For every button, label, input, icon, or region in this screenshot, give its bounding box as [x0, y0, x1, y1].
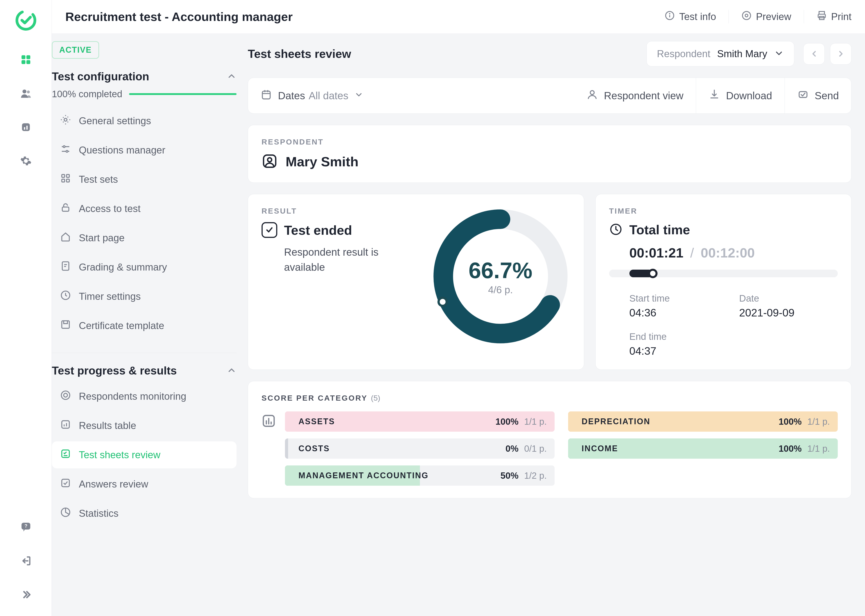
rail-logout[interactable]	[14, 548, 38, 573]
timer-date-label: Date	[739, 293, 838, 304]
respondent-select-value: Smith Mary	[717, 48, 767, 60]
svg-point-36	[64, 393, 68, 397]
pie-icon	[60, 507, 71, 520]
rail-reports[interactable]	[14, 115, 38, 140]
home-icon	[60, 231, 71, 245]
score-percent: 100%	[779, 443, 802, 454]
timer-separator: /	[690, 245, 694, 261]
respondent-select[interactable]: Respondent Smith Mary	[646, 41, 794, 66]
page-title: Recruitment test - Accounting manager	[65, 10, 664, 24]
section-test-configuration[interactable]: Test configuration	[52, 68, 236, 89]
respondent-card: RESPONDENT Mary Smith	[248, 125, 851, 183]
sidebar: ACTIVE Test configuration 100% completed…	[52, 33, 248, 616]
svg-point-20	[64, 118, 67, 121]
score-percent: 100%	[496, 416, 518, 427]
nav-label: Grading & summary	[79, 261, 167, 273]
respondent-view-button[interactable]: Respondent view	[574, 78, 696, 113]
nav-label: Start page	[79, 232, 124, 244]
nav-label: Statistics	[79, 508, 118, 519]
dates-value: All dates	[309, 90, 348, 102]
print-icon	[816, 10, 827, 23]
nav-start-page[interactable]: Start page	[52, 225, 236, 251]
timer-elapsed: 00:01:21	[629, 245, 684, 261]
bar-chart-icon	[262, 414, 276, 428]
svg-rect-1	[21, 55, 25, 59]
section-test-progress[interactable]: Test progress & results	[52, 362, 236, 383]
nav-results-table[interactable]: Results table	[52, 412, 236, 439]
score-percent: 100%	[779, 416, 802, 427]
respondent-select-label: Respondent	[657, 48, 710, 60]
svg-point-35	[61, 391, 70, 399]
score-name: ASSETS	[298, 417, 496, 426]
svg-rect-2	[26, 55, 30, 59]
score-points: 1/1 p.	[807, 416, 830, 427]
timer-progress	[609, 270, 838, 277]
grid-icon	[60, 173, 71, 186]
svg-rect-43	[262, 91, 270, 99]
score-depreciation: DEPRECIATION 100% 1/1 p.	[568, 412, 838, 432]
toolbar: Dates All dates Respondent view Download	[248, 78, 851, 114]
nav-label: Certificate template	[79, 320, 164, 331]
print-button[interactable]: Print	[816, 10, 851, 23]
svg-rect-27	[62, 179, 65, 182]
rail-people[interactable]	[14, 81, 38, 106]
prev-respondent-button[interactable]	[803, 43, 825, 64]
svg-rect-48	[799, 91, 807, 97]
nav-access-to-test[interactable]: Access to test	[52, 195, 236, 222]
download-button[interactable]: Download	[696, 78, 785, 113]
svg-point-14	[670, 14, 670, 14]
svg-point-50	[268, 158, 272, 162]
send-label: Send	[815, 90, 839, 102]
nav-label: Results table	[79, 420, 136, 431]
nav-certificate-template[interactable]: Certificate template	[52, 312, 236, 339]
score-name: COSTS	[298, 444, 506, 453]
rail-dashboard[interactable]	[14, 47, 38, 72]
timer-start-value: 04:36	[629, 306, 728, 319]
dates-filter[interactable]: Dates All dates	[248, 78, 376, 113]
clock-icon	[609, 223, 622, 237]
timer-end-value: 04:37	[629, 345, 728, 357]
nav-label: Test sets	[79, 174, 118, 185]
result-title: Test ended	[284, 223, 352, 238]
rail-expand[interactable]	[14, 582, 38, 607]
svg-text:?: ?	[24, 523, 27, 529]
score-name: MANAGEMENT ACCOUNTING	[298, 471, 501, 480]
next-respondent-button[interactable]	[830, 43, 851, 64]
rail-settings-gear[interactable]	[14, 149, 38, 173]
nav-timer-settings[interactable]: Timer settings	[52, 283, 236, 310]
respondent-view-label: Respondent view	[604, 90, 684, 102]
timer-title: Total time	[629, 222, 690, 237]
nav-respondents-monitoring[interactable]: Respondents monitoring	[52, 383, 236, 410]
preview-button[interactable]: Preview	[741, 10, 791, 23]
svg-rect-34	[62, 321, 69, 328]
result-subtitle: Respondent result is available	[262, 245, 388, 275]
score-points: 1/2 p.	[524, 471, 547, 481]
info-icon	[664, 10, 675, 23]
nav-test-sets[interactable]: Test sets	[52, 166, 236, 193]
svg-rect-41	[62, 479, 69, 487]
svg-rect-7	[22, 123, 30, 131]
result-card: RESULT Test ended Respondent result is a…	[248, 194, 584, 370]
score-points: 0/1 p.	[524, 443, 547, 454]
nav-general-settings[interactable]: General settings	[52, 107, 236, 134]
score-count: (5)	[371, 394, 380, 402]
nav-grading-summary[interactable]: Grading & summary	[52, 254, 236, 281]
send-icon	[797, 89, 809, 103]
chevron-up-icon	[227, 365, 236, 376]
nav-label: General settings	[79, 115, 151, 126]
test-info-button[interactable]: Test info	[664, 10, 716, 23]
rail-help[interactable]: ?	[14, 515, 38, 539]
score-points: 1/1 p.	[524, 416, 547, 427]
svg-rect-25	[62, 174, 65, 178]
nav-statistics[interactable]: Statistics	[52, 500, 236, 527]
content: Test sheets review Respondent Smith Mary	[248, 33, 865, 616]
download-label: Download	[726, 90, 772, 102]
score-percent: 50%	[501, 471, 518, 481]
timer-card: TIMER Total time 00:01:21 / 00:12:00	[596, 194, 851, 370]
send-button[interactable]: Send	[785, 78, 851, 113]
gear-icon	[60, 114, 71, 127]
nav-questions-manager[interactable]: Questions manager	[52, 137, 236, 163]
nav-test-sheets-review[interactable]: Test sheets review	[52, 442, 236, 468]
nav-answers-review[interactable]: Answers review	[52, 471, 236, 498]
nav-label: Test sheets review	[79, 449, 161, 460]
